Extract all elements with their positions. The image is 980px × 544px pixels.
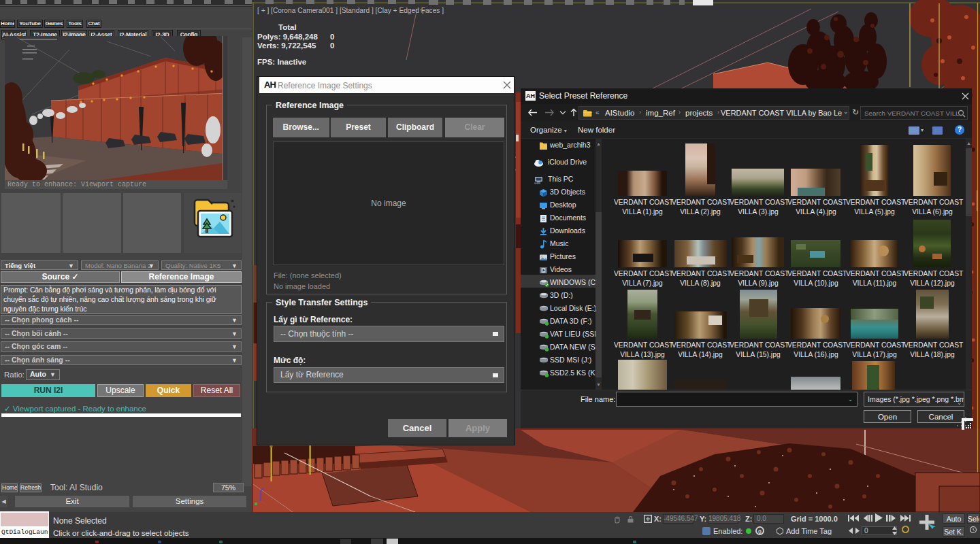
svg-text:▽: ▽ [420,7,426,15]
svg-text:[ + ] [Corona Camera001 ] [St: [ + ] [Corona Camera001 ] [Standard ] [C… [257,7,444,14]
svg-text:0: 0 [330,41,334,50]
svg-text:0: 0 [330,33,334,41]
svg-text:Total: Total [278,23,297,31]
svg-text:FPS: Inactive: FPS: Inactive [257,58,306,66]
svg-text:Verts: 9,722,545: Verts: 9,722,545 [257,41,316,50]
svg-text:Polys: 9,648,248: Polys: 9,648,248 [257,33,318,41]
